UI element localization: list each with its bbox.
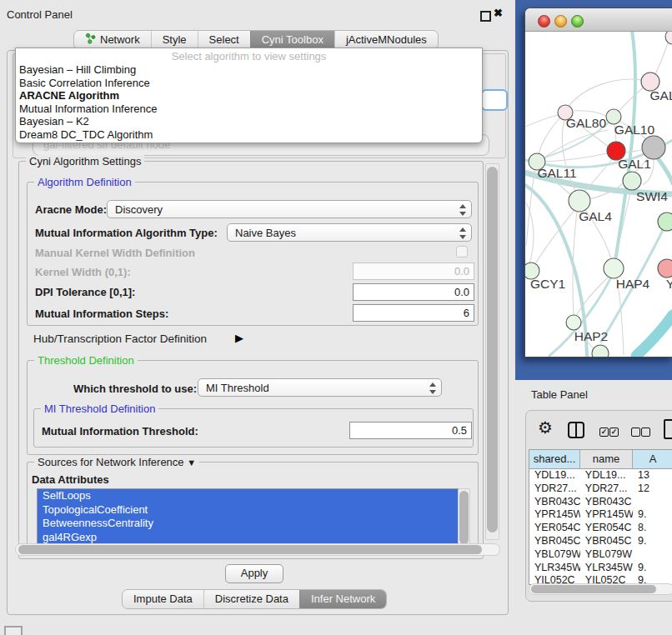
- unchecked-checkbox-icon[interactable]: [631, 428, 640, 437]
- settings-vertical-scrollbar[interactable]: [485, 163, 499, 540]
- network-graph[interactable]: GALGAL80GAL10GAL1GAL11SWI4GAL4GCY1HAP4YH…: [525, 31, 672, 357]
- table-cell: 8.: [633, 522, 672, 535]
- tab-discretize-data[interactable]: Discretize Data: [203, 590, 299, 608]
- kernel-width-field[interactable]: 0.0: [353, 262, 474, 280]
- table-row[interactable]: YBL079WYBL079W: [529, 548, 672, 562]
- algorithm-option[interactable]: ARACNE Algorithm: [16, 89, 482, 102]
- network-window-titlebar[interactable]: [525, 8, 672, 32]
- network-node-hap4[interactable]: [604, 258, 624, 278]
- algorithm-option[interactable]: Bayesian – Hill Climbing: [16, 63, 482, 77]
- collapse-down-icon[interactable]: ▼: [187, 458, 196, 468]
- mi-steps-field[interactable]: 6: [353, 304, 474, 322]
- network-node[interactable]: [665, 31, 672, 44]
- control-panel-title: Control Panel: [7, 8, 73, 21]
- group-title: Threshold Definition: [34, 354, 138, 367]
- columns-icon[interactable]: [568, 422, 584, 438]
- table-column-header[interactable]: shared...: [529, 450, 580, 468]
- table-cell: YDL19...: [580, 469, 633, 482]
- stepper-icon: [458, 227, 467, 240]
- network-node[interactable]: [658, 212, 672, 231]
- table-row[interactable]: YBR043CYBR043C: [529, 496, 672, 509]
- network-node-y[interactable]: [658, 259, 672, 278]
- table-row[interactable]: YPR145WYPR145W9.: [529, 508, 672, 522]
- group-title: Sources for Network Inference ▼: [34, 456, 199, 469]
- table-cell: YER054C: [580, 522, 633, 535]
- table-row[interactable]: YDR27...YDR27...12: [529, 482, 672, 496]
- table-column-header[interactable]: A: [633, 450, 672, 468]
- tab-cyni-toolbox[interactable]: Cyni Toolbox: [250, 31, 334, 49]
- float-window-icon[interactable]: [480, 11, 491, 22]
- tab-select[interactable]: Select: [198, 31, 250, 49]
- table-cell: 12: [633, 482, 672, 496]
- group-title: Cyni Algorithm Settings: [26, 155, 144, 168]
- expand-right-icon[interactable]: ▶: [235, 332, 243, 344]
- mi-threshold-field[interactable]: 0.5: [349, 422, 472, 439]
- panel-corner-icon[interactable]: [4, 626, 23, 635]
- table-cell: YBL079W: [529, 548, 580, 562]
- tab-label: Infer Network: [311, 592, 375, 605]
- algorithm-option[interactable]: Basic Correlation Inference: [16, 77, 482, 90]
- checked-checkbox-icon[interactable]: ✓: [599, 428, 609, 437]
- document-icon[interactable]: [664, 419, 672, 439]
- table-panel-body: ⚙ ✓ ✓ shared...nameA YDL19...YDL19...13Y…: [525, 410, 672, 602]
- attribute-item[interactable]: TopologicalCoefficient: [38, 503, 460, 518]
- mi-steps-label: Mutual Information Steps:: [35, 308, 168, 320]
- tab-label: Impute Data: [133, 592, 193, 605]
- mi-type-label: Mutual Information Algorithm Type:: [35, 227, 218, 239]
- algorithm-option[interactable]: Mutual Information Inference: [16, 102, 482, 116]
- table-row[interactable]: YBR045CYBR045C9.: [529, 535, 672, 548]
- attribute-item[interactable]: SelfLoops: [38, 489, 460, 503]
- kernel-width-label: Kernel Width (0,1):: [35, 266, 131, 278]
- control-panel: Control Panel ✖ Network Style Select Cyn…: [0, 0, 516, 635]
- unchecked-checkbox-icon[interactable]: [641, 428, 650, 437]
- table-column-header[interactable]: name: [580, 450, 633, 468]
- manual-kernel-checkbox[interactable]: [456, 246, 468, 258]
- tab-impute-data[interactable]: Impute Data: [123, 590, 203, 608]
- aracne-mode-combo[interactable]: Discovery: [107, 200, 472, 218]
- tab-network[interactable]: Network: [74, 31, 151, 49]
- table-cell: 9.: [633, 535, 672, 548]
- tab-label: Select: [209, 33, 239, 46]
- table-row[interactable]: YDL19...YDL19...13: [529, 469, 672, 482]
- attribute-item[interactable]: gal4RGexp: [38, 531, 460, 545]
- network-node[interactable]: [592, 345, 609, 357]
- algorithm-option[interactable]: Dream8 DC_TDC Algorithm: [16, 128, 482, 142]
- stepper-icon: [458, 203, 467, 217]
- tab-jactivemnodules[interactable]: jActiveMNodules: [334, 31, 438, 49]
- network-window: GALGAL80GAL10GAL1GAL11SWI4GAL4GCY1HAP4YH…: [524, 8, 672, 358]
- attribute-item[interactable]: BetweennessCentrality: [38, 517, 460, 531]
- table-row[interactable]: YER054CYER054C8.: [529, 522, 672, 535]
- checked-checkbox-icon[interactable]: ✓: [609, 428, 619, 437]
- table-row[interactable]: YLR345WYLR345W9.: [529, 562, 672, 575]
- table-horizontal-scrollbar[interactable]: [529, 583, 672, 595]
- close-icon[interactable]: ✖: [494, 7, 503, 19]
- settings-horizontal-scrollbar[interactable]: [15, 543, 500, 556]
- table-cell: 9.: [633, 562, 672, 575]
- minimize-window-icon[interactable]: [554, 15, 567, 28]
- tab-style[interactable]: Style: [151, 31, 198, 49]
- dpi-tolerance-field[interactable]: 0.0: [353, 283, 474, 301]
- tab-infer-network[interactable]: Infer Network: [299, 590, 386, 608]
- algorithm-option[interactable]: Bayesian – K2: [16, 115, 482, 128]
- mi-type-combo[interactable]: Naive Bayes: [227, 223, 472, 242]
- attributes-scrollbar[interactable]: [458, 488, 470, 547]
- data-attributes-label: Data Attributes: [32, 473, 109, 486]
- close-window-icon[interactable]: [538, 15, 550, 28]
- which-threshold-combo[interactable]: MI Threshold: [198, 378, 442, 397]
- mi-threshold-label: Mutual Information Threshold:: [42, 425, 198, 438]
- hub-section-label[interactable]: Hub/Transcription Factor Definition: [33, 332, 207, 345]
- table-cell: YBR045C: [580, 535, 633, 548]
- network-node[interactable]: [642, 136, 665, 159]
- network-node-swi4[interactable]: [623, 172, 641, 190]
- apply-button[interactable]: Apply: [225, 564, 283, 583]
- zoom-window-icon[interactable]: [571, 15, 584, 28]
- network-node-label: HAP4: [616, 277, 650, 291]
- gear-icon[interactable]: ⚙: [538, 419, 553, 436]
- network-node-label: GAL80: [566, 116, 607, 130]
- network-node-hap2[interactable]: [566, 315, 581, 330]
- application-root: Control Panel ✖ Network Style Select Cyn…: [0, 0, 672, 635]
- sources-title: Sources for Network Inference: [38, 456, 184, 468]
- network-tab-icon: [85, 32, 96, 47]
- table-cell: 9.: [633, 508, 672, 522]
- node-attribute-table[interactable]: shared...nameA YDL19...YDL19...13YDR27..…: [529, 449, 672, 585]
